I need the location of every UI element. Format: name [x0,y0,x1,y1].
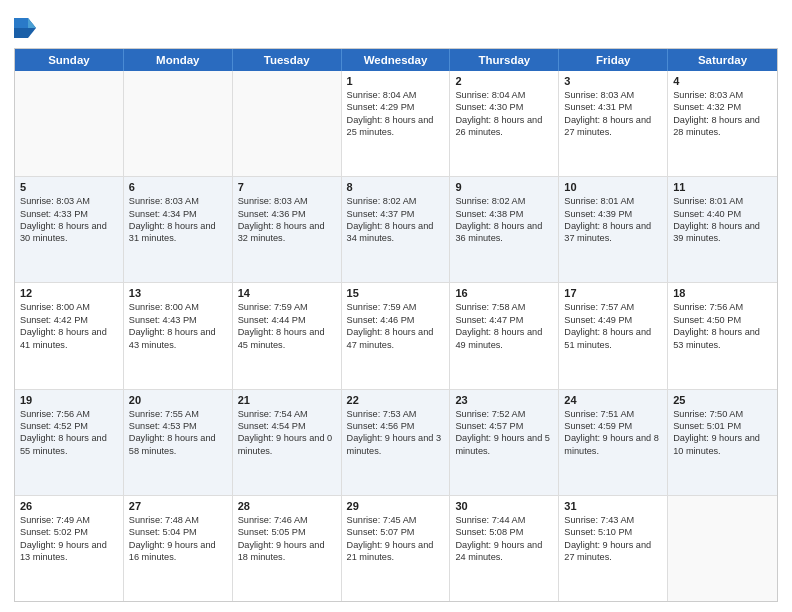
calendar-cell: 22Sunrise: 7:53 AMSunset: 4:56 PMDayligh… [342,390,451,495]
day-number: 29 [347,500,445,512]
daylight-text: Daylight: 8 hours and 28 minutes. [673,114,772,139]
daylight-text: Daylight: 8 hours and 58 minutes. [129,432,227,457]
day-number: 15 [347,287,445,299]
calendar-week: 12Sunrise: 8:00 AMSunset: 4:42 PMDayligh… [15,282,777,388]
day-number: 10 [564,181,662,193]
sunset-text: Sunset: 4:47 PM [455,314,553,326]
day-number: 28 [238,500,336,512]
calendar-cell: 11Sunrise: 8:01 AMSunset: 4:40 PMDayligh… [668,177,777,282]
sunset-text: Sunset: 4:39 PM [564,208,662,220]
page: SundayMondayTuesdayWednesdayThursdayFrid… [0,0,792,612]
calendar-week: 19Sunrise: 7:56 AMSunset: 4:52 PMDayligh… [15,389,777,495]
day-number: 21 [238,394,336,406]
sunset-text: Sunset: 4:42 PM [20,314,118,326]
day-number: 2 [455,75,553,87]
daylight-text: Daylight: 9 hours and 3 minutes. [347,432,445,457]
calendar-header-day: Tuesday [233,49,342,71]
sunrise-text: Sunrise: 7:59 AM [347,301,445,313]
sunrise-text: Sunrise: 7:45 AM [347,514,445,526]
sunset-text: Sunset: 4:54 PM [238,420,336,432]
day-number: 11 [673,181,772,193]
daylight-text: Daylight: 9 hours and 27 minutes. [564,539,662,564]
daylight-text: Daylight: 9 hours and 5 minutes. [455,432,553,457]
sunrise-text: Sunrise: 8:04 AM [455,89,553,101]
calendar-cell: 12Sunrise: 8:00 AMSunset: 4:42 PMDayligh… [15,283,124,388]
day-number: 24 [564,394,662,406]
calendar-cell [668,496,777,601]
day-number: 12 [20,287,118,299]
sunrise-text: Sunrise: 7:56 AM [20,408,118,420]
sunset-text: Sunset: 4:37 PM [347,208,445,220]
calendar-cell [15,71,124,176]
logo [14,14,39,42]
day-number: 6 [129,181,227,193]
calendar-week: 5Sunrise: 8:03 AMSunset: 4:33 PMDaylight… [15,176,777,282]
sunrise-text: Sunrise: 8:03 AM [673,89,772,101]
sunset-text: Sunset: 4:40 PM [673,208,772,220]
daylight-text: Daylight: 8 hours and 45 minutes. [238,326,336,351]
day-number: 16 [455,287,553,299]
daylight-text: Daylight: 9 hours and 18 minutes. [238,539,336,564]
calendar-cell: 2Sunrise: 8:04 AMSunset: 4:30 PMDaylight… [450,71,559,176]
daylight-text: Daylight: 8 hours and 30 minutes. [20,220,118,245]
day-number: 13 [129,287,227,299]
sunrise-text: Sunrise: 8:03 AM [564,89,662,101]
sunrise-text: Sunrise: 7:56 AM [673,301,772,313]
daylight-text: Daylight: 9 hours and 10 minutes. [673,432,772,457]
daylight-text: Daylight: 9 hours and 21 minutes. [347,539,445,564]
logo-icon [14,14,36,42]
calendar-header-day: Friday [559,49,668,71]
calendar-cell: 16Sunrise: 7:58 AMSunset: 4:47 PMDayligh… [450,283,559,388]
daylight-text: Daylight: 9 hours and 24 minutes. [455,539,553,564]
calendar-cell: 15Sunrise: 7:59 AMSunset: 4:46 PMDayligh… [342,283,451,388]
sunset-text: Sunset: 5:10 PM [564,526,662,538]
daylight-text: Daylight: 9 hours and 16 minutes. [129,539,227,564]
calendar-header-day: Thursday [450,49,559,71]
sunrise-text: Sunrise: 7:52 AM [455,408,553,420]
day-number: 27 [129,500,227,512]
calendar-cell: 26Sunrise: 7:49 AMSunset: 5:02 PMDayligh… [15,496,124,601]
day-number: 8 [347,181,445,193]
daylight-text: Daylight: 9 hours and 0 minutes. [238,432,336,457]
sunset-text: Sunset: 4:31 PM [564,101,662,113]
sunrise-text: Sunrise: 8:04 AM [347,89,445,101]
day-number: 1 [347,75,445,87]
sunset-text: Sunset: 5:07 PM [347,526,445,538]
sunset-text: Sunset: 4:32 PM [673,101,772,113]
sunset-text: Sunset: 5:08 PM [455,526,553,538]
sunrise-text: Sunrise: 8:03 AM [238,195,336,207]
sunset-text: Sunset: 5:04 PM [129,526,227,538]
calendar-cell: 20Sunrise: 7:55 AMSunset: 4:53 PMDayligh… [124,390,233,495]
calendar-cell: 13Sunrise: 8:00 AMSunset: 4:43 PMDayligh… [124,283,233,388]
sunset-text: Sunset: 4:38 PM [455,208,553,220]
sunrise-text: Sunrise: 8:00 AM [129,301,227,313]
day-number: 18 [673,287,772,299]
day-number: 25 [673,394,772,406]
calendar-week: 1Sunrise: 8:04 AMSunset: 4:29 PMDaylight… [15,71,777,176]
calendar-cell: 24Sunrise: 7:51 AMSunset: 4:59 PMDayligh… [559,390,668,495]
sunset-text: Sunset: 4:46 PM [347,314,445,326]
day-number: 19 [20,394,118,406]
daylight-text: Daylight: 9 hours and 8 minutes. [564,432,662,457]
sunrise-text: Sunrise: 7:59 AM [238,301,336,313]
day-number: 26 [20,500,118,512]
calendar-cell: 25Sunrise: 7:50 AMSunset: 5:01 PMDayligh… [668,390,777,495]
sunrise-text: Sunrise: 8:03 AM [129,195,227,207]
sunset-text: Sunset: 4:52 PM [20,420,118,432]
day-number: 7 [238,181,336,193]
daylight-text: Daylight: 8 hours and 41 minutes. [20,326,118,351]
sunrise-text: Sunrise: 7:43 AM [564,514,662,526]
sunset-text: Sunset: 4:50 PM [673,314,772,326]
daylight-text: Daylight: 8 hours and 26 minutes. [455,114,553,139]
sunrise-text: Sunrise: 8:00 AM [20,301,118,313]
calendar-cell [233,71,342,176]
sunrise-text: Sunrise: 8:01 AM [564,195,662,207]
calendar-cell: 31Sunrise: 7:43 AMSunset: 5:10 PMDayligh… [559,496,668,601]
calendar-cell: 28Sunrise: 7:46 AMSunset: 5:05 PMDayligh… [233,496,342,601]
day-number: 20 [129,394,227,406]
sunrise-text: Sunrise: 8:02 AM [347,195,445,207]
daylight-text: Daylight: 8 hours and 27 minutes. [564,114,662,139]
sunset-text: Sunset: 4:43 PM [129,314,227,326]
calendar-header: SundayMondayTuesdayWednesdayThursdayFrid… [15,49,777,71]
sunset-text: Sunset: 4:34 PM [129,208,227,220]
